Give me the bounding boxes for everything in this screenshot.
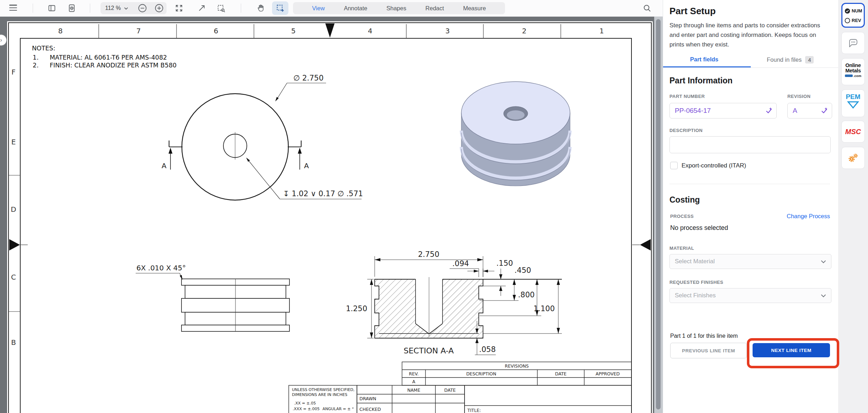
page-panel-icon[interactable]: [48, 4, 56, 12]
svg-text:NAME: NAME: [407, 387, 421, 393]
hand-tool-icon[interactable]: [257, 4, 265, 12]
material-select[interactable]: Select Material: [669, 254, 831, 269]
svg-text:1.: 1.: [33, 54, 39, 61]
svg-text:6: 6: [214, 27, 218, 35]
zoom-level[interactable]: 112 %: [105, 5, 121, 11]
svg-text:↧ 1.02 ∨ 0.17 ∅ .571: ↧ 1.02 ∨ 0.17 ∅ .571: [283, 189, 363, 198]
svg-text:.XX = ±.05: .XX = ±.05: [294, 401, 316, 406]
tab-part-fields[interactable]: Part fields: [690, 56, 718, 63]
marquee-zoom-icon[interactable]: [217, 4, 226, 13]
num-option[interactable]: NUM: [842, 6, 864, 16]
svg-text:CHECKED: CHECKED: [359, 407, 381, 412]
svg-text:5: 5: [291, 27, 296, 35]
chevron-down-icon: [821, 294, 826, 297]
section-divider: [669, 184, 830, 184]
zoom-out-icon[interactable]: [138, 4, 147, 12]
finishes-placeholder: Select Finishes: [675, 292, 716, 299]
revision-field[interactable]: A: [787, 103, 832, 119]
pem-triangle-icon: [847, 101, 859, 109]
online-metals-bar: [845, 75, 853, 77]
svg-text:.150: .150: [497, 259, 513, 268]
integrations-button[interactable]: [841, 147, 865, 169]
gears-icon: [848, 153, 858, 163]
online-metals-logo: Online: [842, 63, 864, 68]
svg-text:REV.: REV.: [409, 371, 419, 376]
itar-checkbox[interactable]: [670, 162, 678, 169]
document-canvas[interactable]: 8 7 6 5 4 3 2 1 F E D C B NOTES: 1. MATE…: [0, 16, 663, 413]
rev-option[interactable]: REV: [842, 16, 864, 25]
tab-found-in-files[interactable]: Found in files4: [767, 56, 814, 64]
material-label: MATERIAL: [669, 246, 694, 251]
svg-text:∅ 2.750: ∅ 2.750: [293, 74, 324, 82]
fit-screen-icon[interactable]: [175, 4, 183, 12]
tab-redact[interactable]: Redact: [425, 5, 444, 12]
rev-label: REV: [852, 18, 861, 23]
radio-unchecked-icon: [845, 18, 850, 23]
tab-annotate[interactable]: Annotate: [344, 5, 367, 12]
svg-text:DESCRIPTION: DESCRIPTION: [466, 371, 497, 376]
select-tool-active[interactable]: [272, 1, 288, 15]
found-in-files-badge: 4: [805, 56, 814, 64]
num-rev-toggle[interactable]: NUM REV: [841, 3, 865, 28]
ai-suggestion-icon[interactable]: [820, 107, 828, 115]
svg-text:1.100: 1.100: [533, 304, 555, 313]
ai-suggestion-icon[interactable]: [765, 107, 773, 115]
svg-text:B: B: [11, 338, 16, 347]
description-label: DESCRIPTION: [669, 128, 702, 133]
tab-row-border: [663, 67, 839, 68]
svg-text:.094: .094: [452, 259, 469, 268]
resize-diagonal-icon[interactable]: [198, 4, 206, 12]
scrollbar-thumb[interactable]: [656, 19, 661, 409]
zoom-in-icon[interactable]: [155, 4, 163, 12]
svg-text:MATERIAL: AL 6061-T6 PER AMS-4: MATERIAL: AL 6061-T6 PER AMS-4082: [50, 54, 167, 61]
toolbar-divider: [90, 4, 90, 13]
change-process-link[interactable]: Change Process: [787, 213, 830, 220]
svg-text:8: 8: [58, 27, 63, 35]
svg-text:E: E: [11, 138, 16, 146]
svg-text:DIMENSIONS ARE IN INCHES: DIMENSIONS ARE IN INCHES: [292, 392, 347, 397]
pem-button[interactable]: PEM: [841, 89, 865, 117]
chat-button[interactable]: [841, 32, 865, 54]
chevron-down-icon: [821, 260, 826, 263]
tab-measure[interactable]: Measure: [463, 5, 486, 12]
revision-value: A: [793, 107, 820, 115]
svg-text:.450: .450: [515, 266, 531, 275]
svg-text:4: 4: [368, 27, 373, 35]
description-field[interactable]: [669, 136, 831, 153]
svg-text:A: A: [304, 161, 309, 170]
chevron-down-icon[interactable]: [124, 7, 128, 10]
select-marquee-icon: [276, 4, 284, 12]
svg-text:DATE: DATE: [444, 387, 456, 393]
right-rail: NUM REV Online Metals .com PEM MSC: [838, 0, 868, 413]
svg-text:3: 3: [445, 27, 450, 35]
svg-text:UNLESS OTHERWISE SPECIFIED,: UNLESS OTHERWISE SPECIFIED,: [292, 387, 354, 392]
num-label: NUM: [852, 8, 862, 13]
document-settings-icon[interactable]: [67, 4, 76, 12]
svg-text:2.750: 2.750: [418, 250, 439, 259]
search-icon[interactable]: [643, 4, 651, 12]
msc-button[interactable]: MSC: [841, 121, 865, 143]
svg-text:7: 7: [136, 27, 141, 35]
svg-text:NOTES:: NOTES:: [32, 45, 55, 52]
svg-text:.058: .058: [479, 345, 496, 354]
drawing-sheet: 8 7 6 5 4 3 2 1 F E D C B NOTES: 1. MATE…: [0, 16, 663, 413]
part-number-label: PART NUMBER: [669, 94, 705, 99]
part-setup-panel: Part Setup Step through line items and p…: [663, 0, 839, 413]
online-metals-button[interactable]: Online Metals .com: [841, 58, 865, 85]
svg-text:DATE: DATE: [555, 371, 567, 376]
menu-icon[interactable]: [9, 4, 17, 12]
part-number-field[interactable]: PP-0654-17: [669, 103, 777, 119]
next-line-item-button[interactable]: NEXT LINE ITEM: [753, 343, 830, 357]
finishes-select[interactable]: Select Finishes: [669, 288, 831, 303]
tab-view[interactable]: View: [312, 5, 325, 12]
svg-text:.XXX = ±.005: .XXX = ±.005: [293, 407, 320, 411]
tab-shapes[interactable]: Shapes: [386, 5, 406, 12]
svg-text:2.: 2.: [33, 62, 39, 69]
app-window: 112 % View Annotate Shapes Redact: [0, 0, 868, 413]
vertical-scrollbar[interactable]: [654, 16, 663, 413]
svg-text:TITLE:: TITLE:: [467, 408, 481, 413]
requested-finishes-label: REQUESTED FINISHES: [669, 280, 723, 285]
svg-text:APPROVED: APPROVED: [596, 371, 620, 376]
previous-line-item-button[interactable]: PREVIOUS LINE ITEM: [670, 343, 747, 358]
chat-bubble-icon: [847, 38, 859, 48]
